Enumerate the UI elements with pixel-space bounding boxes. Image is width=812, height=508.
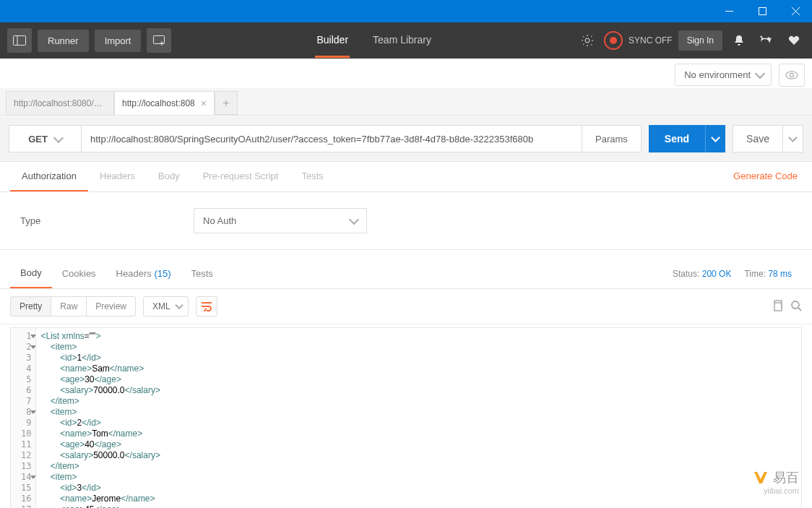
capture-icon[interactable]	[576, 30, 598, 51]
window-close-button[interactable]	[779, 0, 812, 22]
tab-label: http://localhost:8080/Spri	[14, 98, 106, 108]
pretty-button[interactable]: Pretty	[10, 296, 51, 317]
raw-button[interactable]: Raw	[51, 296, 87, 317]
send-button[interactable]: Send	[649, 125, 705, 152]
watermark: 易百 yiibai.com	[754, 469, 799, 495]
svg-rect-4	[14, 36, 26, 46]
status-value: 200 OK	[702, 269, 732, 279]
svg-rect-6	[154, 36, 165, 44]
params-button[interactable]: Params	[582, 125, 642, 152]
copy-icon[interactable]	[772, 300, 783, 314]
authorization-panel: Type No Auth	[0, 192, 812, 250]
sync-off-icon	[604, 31, 623, 50]
save-button[interactable]: Save	[733, 125, 783, 152]
http-method-select[interactable]: GET	[9, 125, 81, 152]
send-dropdown[interactable]	[705, 125, 725, 152]
auth-type-select[interactable]: No Auth	[194, 208, 367, 233]
authorization-tab[interactable]: Authorization	[10, 162, 88, 191]
headers-tab[interactable]: Headers	[88, 162, 147, 191]
main-toolbar: Runner Import Builder Team Library SYNC …	[0, 22, 812, 59]
auth-type-label: Type	[20, 215, 194, 226]
sync-status[interactable]: SYNC OFF	[604, 31, 673, 50]
response-meta: Status: 200 OK Time: 78 ms	[673, 269, 802, 279]
svg-rect-12	[774, 303, 782, 311]
response-body-tab[interactable]: Body	[10, 259, 52, 288]
request-config-tabs: Authorization Headers Body Pre-request S…	[0, 162, 812, 192]
window-maximize-button[interactable]	[746, 0, 779, 22]
prerequest-tab[interactable]: Pre-request Script	[191, 162, 290, 191]
tests-tab[interactable]: Tests	[290, 162, 334, 191]
builder-tab[interactable]: Builder	[315, 24, 350, 58]
preview-button[interactable]: Preview	[87, 296, 136, 317]
language-select[interactable]: XML	[143, 296, 189, 317]
response-tests-tab[interactable]: Tests	[181, 259, 223, 288]
save-dropdown[interactable]	[783, 125, 803, 152]
notifications-icon[interactable]	[728, 30, 750, 51]
svg-point-9	[585, 38, 589, 43]
settings-icon[interactable]	[756, 30, 777, 51]
runner-button[interactable]: Runner	[38, 30, 89, 52]
request-row: GET Params Send Save	[0, 116, 812, 162]
request-tab[interactable]: http://localhost:808 ×	[114, 91, 215, 115]
toggle-sidebar-button[interactable]	[7, 28, 32, 53]
url-input[interactable]	[81, 125, 582, 152]
wrap-lines-button[interactable]	[196, 296, 217, 317]
body-format-row: Pretty Raw Preview XML	[0, 289, 812, 324]
environment-select[interactable]: No environment	[675, 64, 772, 86]
svg-rect-1	[759, 8, 766, 15]
window-titlebar	[0, 0, 812, 22]
tab-label: http://localhost:808	[122, 98, 195, 108]
headers-count: (15)	[154, 268, 170, 279]
sign-in-button[interactable]: Sign In	[678, 30, 722, 51]
response-headers-tab[interactable]: Headers (15)	[106, 259, 181, 288]
time-value: 78 ms	[768, 269, 792, 279]
request-tabs: http://localhost:8080/Spri http://localh…	[0, 88, 812, 116]
heart-icon[interactable]	[783, 30, 805, 51]
response-cookies-tab[interactable]: Cookies	[52, 259, 106, 288]
request-tab[interactable]: http://localhost:8080/Spri	[6, 91, 114, 115]
search-icon[interactable]	[790, 300, 802, 314]
environment-bar: No environment	[0, 59, 812, 89]
response-tabs: Body Cookies Headers (15) Tests Status: …	[0, 259, 812, 289]
window-minimize-button[interactable]	[712, 0, 746, 22]
svg-point-13	[792, 301, 799, 309]
body-tab[interactable]: Body	[147, 162, 191, 191]
team-library-tab[interactable]: Team Library	[371, 24, 433, 58]
import-button[interactable]: Import	[95, 30, 142, 52]
response-body-viewer[interactable]: 12345678910111213141516171819 <List xmln…	[10, 327, 802, 508]
environment-preview-button[interactable]	[779, 64, 805, 87]
sync-label: SYNC OFF	[629, 35, 673, 46]
generate-code-link[interactable]: Generate Code	[733, 171, 798, 181]
close-tab-icon[interactable]: ×	[201, 98, 207, 109]
svg-point-10	[786, 72, 798, 79]
new-tab-button[interactable]	[147, 28, 171, 53]
svg-point-11	[790, 73, 794, 77]
svg-line-14	[798, 308, 801, 311]
add-tab-button[interactable]: +	[215, 91, 238, 115]
